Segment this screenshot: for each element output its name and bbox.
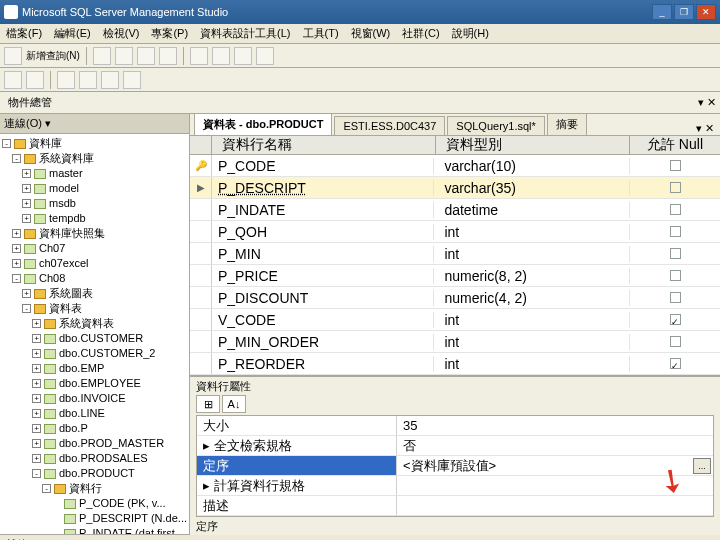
- toolbar-button[interactable]: [234, 47, 252, 65]
- property-value[interactable]: 35: [397, 416, 713, 435]
- column-row[interactable]: P_INDATE datetime: [190, 199, 720, 221]
- data-type-cell[interactable]: int: [434, 356, 630, 372]
- row-selector[interactable]: ▶: [190, 177, 212, 198]
- tree-node[interactable]: +Ch07: [0, 241, 189, 256]
- tree-node[interactable]: P_DESCRIPT (N.de...: [0, 511, 189, 526]
- property-row[interactable]: 定序 <資料庫預設值>...: [197, 456, 713, 476]
- row-selector[interactable]: [190, 287, 212, 308]
- column-name-cell[interactable]: P_PRICE: [212, 268, 434, 284]
- column-row[interactable]: P_REORDER int: [190, 353, 720, 375]
- data-type-cell[interactable]: numeric(4, 2): [434, 290, 630, 306]
- allow-null-cell[interactable]: [630, 160, 720, 171]
- row-selector[interactable]: [190, 353, 212, 374]
- window-maximize[interactable]: ❐: [674, 4, 694, 20]
- allow-null-cell[interactable]: [630, 204, 720, 215]
- tree-node[interactable]: +dbo.INVOICE: [0, 391, 189, 406]
- allow-null-cell[interactable]: [630, 336, 720, 347]
- checkbox-icon[interactable]: [670, 204, 681, 215]
- column-name-cell[interactable]: P_CODE: [212, 158, 434, 174]
- tree-node[interactable]: +model: [0, 181, 189, 196]
- data-type-cell[interactable]: int: [434, 246, 630, 262]
- tree-node[interactable]: -dbo.PRODUCT: [0, 466, 189, 481]
- menu-item[interactable]: 編輯(E): [48, 24, 97, 43]
- menu-item[interactable]: 檢視(V): [97, 24, 146, 43]
- column-name-cell[interactable]: P_DESCRIPT: [212, 180, 434, 196]
- data-type-cell[interactable]: int: [434, 224, 630, 240]
- data-type-cell[interactable]: varchar(35): [434, 180, 630, 196]
- tree-node[interactable]: +dbo.CUSTOMER_2: [0, 346, 189, 361]
- allow-null-cell[interactable]: [630, 270, 720, 281]
- row-selector[interactable]: [190, 199, 212, 220]
- tree-toggle-icon[interactable]: +: [12, 259, 21, 268]
- column-row[interactable]: 🔑 P_CODE varchar(10): [190, 155, 720, 177]
- document-tab[interactable]: ESTI.ESS.D0C437: [334, 116, 445, 135]
- object-tree[interactable]: -資料庫-系統資料庫+master+model+msdb+tempdb+資料庫快…: [0, 134, 189, 534]
- row-selector[interactable]: [190, 243, 212, 264]
- document-tab[interactable]: 資料表 - dbo.PRODUCT: [194, 113, 332, 135]
- tree-node[interactable]: +msdb: [0, 196, 189, 211]
- tree-toggle-icon[interactable]: +: [32, 439, 41, 448]
- tree-node[interactable]: P_CODE (PK, v...: [0, 496, 189, 511]
- row-selector[interactable]: 🔑: [190, 155, 212, 176]
- tree-toggle-icon[interactable]: +: [32, 409, 41, 418]
- tree-toggle-icon[interactable]: +: [32, 424, 41, 433]
- tree-toggle-icon[interactable]: +: [22, 214, 31, 223]
- checkbox-icon[interactable]: [670, 292, 681, 303]
- menu-item[interactable]: 社群(C): [396, 24, 445, 43]
- tree-toggle-icon[interactable]: +: [32, 349, 41, 358]
- document-tab[interactable]: 摘要: [547, 113, 587, 135]
- allow-null-cell[interactable]: [630, 182, 720, 193]
- data-type-cell[interactable]: int: [434, 334, 630, 350]
- property-value[interactable]: <資料庫預設值>...: [397, 456, 713, 475]
- column-row[interactable]: P_PRICE numeric(8, 2): [190, 265, 720, 287]
- column-name-cell[interactable]: P_QOH: [212, 224, 434, 240]
- column-name-cell[interactable]: P_MIN_ORDER: [212, 334, 434, 350]
- tree-toggle-icon[interactable]: +: [32, 334, 41, 343]
- tree-toggle-icon[interactable]: -: [32, 469, 41, 478]
- tree-toggle-icon[interactable]: +: [32, 364, 41, 373]
- row-selector[interactable]: [190, 331, 212, 352]
- tree-toggle-icon[interactable]: -: [2, 139, 11, 148]
- tree-node[interactable]: +dbo.PRODSALES: [0, 451, 189, 466]
- tree-toggle-icon[interactable]: -: [22, 304, 31, 313]
- column-grid[interactable]: 🔑 P_CODE varchar(10) ▶ P_DESCRIPT varcha…: [190, 155, 720, 375]
- ellipsis-button[interactable]: ...: [693, 458, 711, 474]
- tree-node[interactable]: -Ch08: [0, 271, 189, 286]
- tree-toggle-icon[interactable]: +: [22, 169, 31, 178]
- property-row[interactable]: ▸計算資料行規格: [197, 476, 713, 496]
- tree-node[interactable]: +系統圖表: [0, 286, 189, 301]
- column-name-cell[interactable]: P_MIN: [212, 246, 434, 262]
- toolbar-button[interactable]: [159, 47, 177, 65]
- tree-toggle-icon[interactable]: +: [22, 184, 31, 193]
- property-row[interactable]: 描述: [197, 496, 713, 516]
- data-type-cell[interactable]: varchar(10): [434, 158, 630, 174]
- tree-toggle-icon[interactable]: +: [12, 244, 21, 253]
- tree-node[interactable]: +dbo.CUSTOMER: [0, 331, 189, 346]
- toolbar-button[interactable]: [57, 71, 75, 89]
- toolbar-button[interactable]: [101, 71, 119, 89]
- data-type-cell[interactable]: numeric(8, 2): [434, 268, 630, 284]
- tree-node[interactable]: +dbo.LINE: [0, 406, 189, 421]
- tree-node[interactable]: -系統資料庫: [0, 151, 189, 166]
- toolbar-button[interactable]: [4, 71, 22, 89]
- property-value[interactable]: [397, 476, 713, 495]
- tree-toggle-icon[interactable]: +: [12, 229, 21, 238]
- property-value[interactable]: [397, 496, 713, 515]
- tree-node[interactable]: P_INDATE (dat first...: [0, 526, 189, 534]
- tree-toggle-icon[interactable]: +: [32, 394, 41, 403]
- connect-button[interactable]: 連線(O) ▾: [4, 116, 51, 131]
- row-selector[interactable]: [190, 221, 212, 242]
- column-row[interactable]: P_MIN_ORDER int: [190, 331, 720, 353]
- menu-item[interactable]: 說明(H): [446, 24, 495, 43]
- tree-node[interactable]: +資料庫快照集: [0, 226, 189, 241]
- checkbox-icon[interactable]: [670, 314, 681, 325]
- checkbox-icon[interactable]: [670, 182, 681, 193]
- column-name-cell[interactable]: P_DISCOUNT: [212, 290, 434, 306]
- tree-toggle-icon[interactable]: +: [22, 289, 31, 298]
- properties-grid[interactable]: 大小 35▸全文檢索規格 否定序 <資料庫預設值>...▸計算資料行規格 描述: [196, 415, 714, 517]
- menu-item[interactable]: 檔案(F): [0, 24, 48, 43]
- property-row[interactable]: ▸全文檢索規格 否: [197, 436, 713, 456]
- menu-item[interactable]: 視窗(W): [345, 24, 397, 43]
- prop-tab-alphabetical[interactable]: A↓: [222, 395, 246, 413]
- property-value[interactable]: 否: [397, 436, 713, 455]
